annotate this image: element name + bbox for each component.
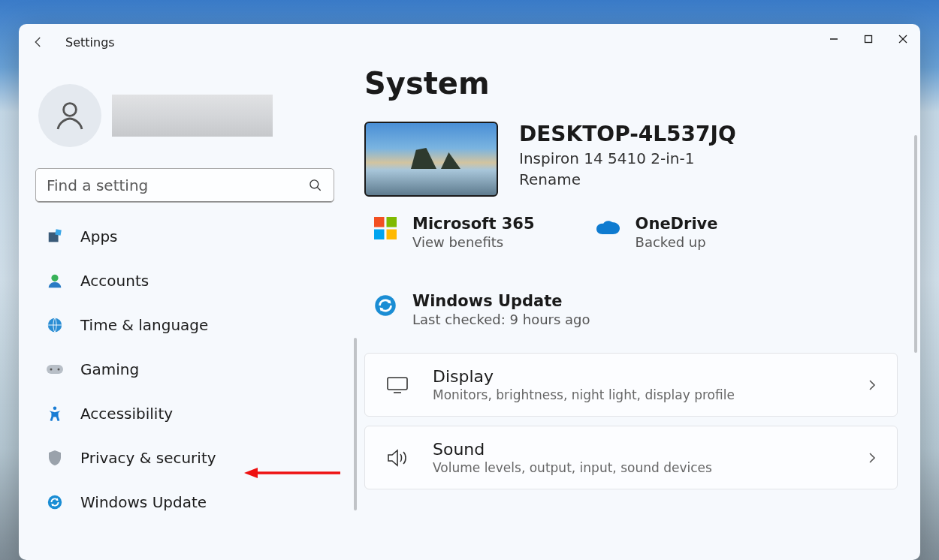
info-cards: Microsoft 365 View benefits OneDrive Bac…: [372, 215, 898, 327]
display-icon: [385, 376, 410, 394]
maximize-icon: [864, 35, 873, 44]
main-panel: System DESKTOP-4L537JQ Inspiron 14 5410 …: [364, 60, 920, 560]
svg-point-13: [58, 369, 60, 371]
sidebar-item-label: Privacy & security: [80, 449, 216, 467]
page-title: System: [364, 66, 898, 101]
setting-sub: Monitors, brightness, night light, displ…: [433, 387, 844, 402]
main-scrollbar[interactable]: [914, 135, 917, 353]
close-icon: [898, 35, 907, 44]
device-model: Inspiron 14 5410 2-in-1: [519, 149, 736, 167]
sidebar-scrollbar[interactable]: [354, 338, 357, 510]
sidebar-nav: Apps Accounts Time & language: [35, 218, 342, 528]
sidebar-item-label: Apps: [80, 227, 118, 245]
card-sub: Backed up: [636, 234, 718, 250]
microsoft-icon: [372, 215, 399, 242]
window-controls: [817, 24, 920, 54]
gaming-icon: [46, 360, 64, 378]
svg-line-6: [318, 188, 321, 191]
setting-sound[interactable]: Sound Volume levels, output, input, soun…: [364, 426, 898, 489]
setting-sub: Volume levels, output, input, sound devi…: [433, 460, 844, 475]
time-language-icon: [46, 316, 64, 334]
onedrive-icon: [595, 215, 622, 242]
sidebar-item-label: Gaming: [80, 360, 139, 378]
content: Apps Accounts Time & language: [19, 60, 920, 560]
update-icon: [46, 493, 64, 511]
titlebar: Settings: [19, 24, 920, 60]
apps-icon: [46, 227, 64, 245]
sidebar-item-windows-update[interactable]: Windows Update: [35, 483, 342, 521]
maximize-button[interactable]: [851, 24, 886, 54]
search-box[interactable]: [35, 168, 334, 203]
sidebar-item-label: Windows Update: [80, 493, 207, 511]
card-sub: View benefits: [412, 234, 535, 250]
svg-point-22: [375, 295, 396, 316]
chevron-right-icon: [867, 452, 877, 464]
avatar: [38, 84, 101, 147]
app-title: Settings: [65, 35, 115, 50]
svg-rect-8: [55, 229, 61, 235]
sidebar: Apps Accounts Time & language: [19, 60, 364, 560]
sidebar-item-privacy-security[interactable]: Privacy & security: [35, 439, 342, 477]
sidebar-item-apps[interactable]: Apps: [35, 218, 342, 255]
shield-icon: [46, 449, 64, 467]
svg-point-9: [51, 275, 58, 282]
microsoft-365-card[interactable]: Microsoft 365 View benefits: [372, 215, 535, 250]
card-title: Microsoft 365: [412, 215, 535, 233]
setting-title: Display: [433, 367, 844, 386]
search-icon: [308, 178, 323, 193]
wallpaper-thumbnail[interactable]: [364, 122, 498, 197]
svg-rect-19: [387, 217, 397, 227]
accounts-icon: [46, 272, 64, 290]
sidebar-item-label: Accessibility: [80, 405, 173, 423]
card-title: OneDrive: [636, 215, 718, 233]
card-title: Windows Update: [412, 292, 590, 310]
svg-point-15: [48, 495, 62, 509]
device-row: DESKTOP-4L537JQ Inspiron 14 5410 2-in-1 …: [364, 122, 898, 197]
svg-rect-20: [374, 230, 385, 240]
accessibility-icon: [46, 405, 64, 423]
svg-rect-11: [47, 365, 63, 374]
card-sub: Last checked: 9 hours ago: [412, 312, 590, 327]
svg-point-5: [310, 180, 319, 188]
back-arrow-icon: [32, 35, 45, 49]
sound-icon: [385, 448, 410, 468]
svg-rect-18: [374, 217, 385, 227]
setting-list: Display Monitors, brightness, night ligh…: [364, 353, 898, 489]
rename-link[interactable]: Rename: [519, 170, 736, 188]
windows-update-card[interactable]: Windows Update Last checked: 9 hours ago: [372, 292, 898, 327]
svg-point-14: [53, 406, 57, 410]
sidebar-item-label: Accounts: [80, 272, 149, 290]
sidebar-item-gaming[interactable]: Gaming: [35, 351, 342, 388]
user-name-redacted: [112, 95, 273, 137]
update-status-icon: [372, 292, 399, 319]
svg-rect-1: [865, 36, 872, 43]
device-info: DESKTOP-4L537JQ Inspiron 14 5410 2-in-1 …: [519, 122, 736, 188]
sidebar-item-label: Time & language: [80, 316, 208, 334]
sidebar-item-time-language[interactable]: Time & language: [35, 306, 342, 344]
device-name: DESKTOP-4L537JQ: [519, 122, 736, 146]
settings-window: Settings: [19, 24, 920, 560]
back-button[interactable]: [22, 26, 55, 59]
user-icon: [52, 98, 88, 134]
search-input[interactable]: [47, 176, 308, 194]
svg-point-12: [50, 369, 53, 371]
minimize-icon: [829, 35, 838, 44]
svg-rect-21: [387, 230, 397, 240]
minimize-button[interactable]: [817, 24, 851, 54]
sidebar-item-accounts[interactable]: Accounts: [35, 262, 342, 300]
sidebar-item-accessibility[interactable]: Accessibility: [35, 395, 342, 432]
chevron-right-icon: [867, 379, 877, 391]
setting-display[interactable]: Display Monitors, brightness, night ligh…: [364, 353, 898, 417]
setting-title: Sound: [433, 440, 844, 459]
onedrive-card[interactable]: OneDrive Backed up: [595, 215, 718, 250]
close-button[interactable]: [886, 24, 920, 54]
user-row[interactable]: [38, 84, 342, 147]
svg-rect-23: [388, 378, 407, 390]
svg-point-4: [64, 104, 77, 116]
